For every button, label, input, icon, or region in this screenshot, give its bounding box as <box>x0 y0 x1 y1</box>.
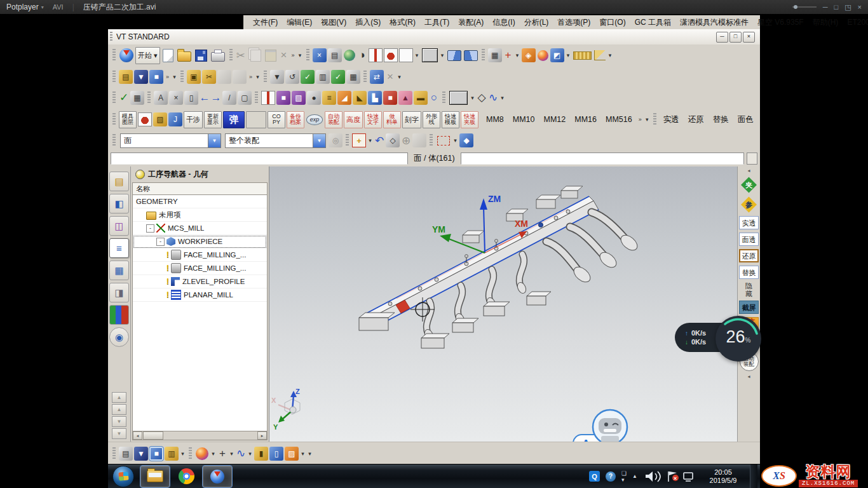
abs-icon[interactable]: A <box>154 91 168 105</box>
remote-help-icon[interactable]: ◨ <box>109 283 129 302</box>
red-cube-icon[interactable]: ■ <box>383 91 397 105</box>
post-process-icon[interactable]: ▥ <box>316 70 330 84</box>
blank-button[interactable] <box>246 111 266 128</box>
more-icon[interactable]: ▾ <box>297 49 304 62</box>
navigator-titlebar[interactable]: 工序导航器 - 几何 <box>131 166 269 182</box>
replace-button[interactable]: 替换 <box>739 266 759 279</box>
earth-icon[interactable] <box>344 50 355 61</box>
compass-icon[interactable]: ◇ <box>386 133 400 147</box>
quick-template-button[interactable]: 快速 模板 <box>442 111 459 128</box>
create-geometry-icon[interactable]: ■ <box>149 70 163 84</box>
replay-toolpath-icon[interactable]: ↺ <box>285 70 299 84</box>
ramp-icon[interactable]: ◣ <box>353 91 367 105</box>
selection-scope-combo[interactable]: 整个装配 ▼ <box>225 133 326 148</box>
palette-icon[interactable] <box>538 50 548 61</box>
create-program-icon[interactable]: ▤ <box>119 70 133 84</box>
curve-icon[interactable]: ∿ <box>235 447 247 460</box>
more-icon[interactable]: ▾ <box>247 447 254 460</box>
menu-mold-standard[interactable]: 潇洒模具汽模标准件 <box>675 17 753 28</box>
type-filter-combo[interactable]: 面 ▼ <box>120 133 221 148</box>
scroll-left-icon[interactable]: ◂ <box>133 431 142 440</box>
mm16-button[interactable]: MM16 <box>574 115 597 124</box>
more-icon[interactable]: ▾ <box>171 71 178 83</box>
csys-axes-icon[interactable]: + <box>503 49 514 62</box>
menu-assemblies[interactable]: 装配(A) <box>454 17 488 28</box>
notebook-icon[interactable]: ▯ <box>184 91 198 105</box>
machine-tool-view-icon[interactable]: ▼ <box>134 447 148 461</box>
face-color-button[interactable]: 面色 <box>738 114 754 125</box>
scroll-up-icon[interactable]: ▲ <box>112 404 126 415</box>
scroll-top-icon[interactable]: ▲ <box>112 392 126 403</box>
orient-view-icon[interactable] <box>447 50 461 61</box>
save-icon[interactable] <box>195 50 207 62</box>
menu-preferences[interactable]: 首选项(P) <box>553 17 595 28</box>
clamp-diamond-icon[interactable]: 夹 <box>741 177 757 193</box>
tree-row[interactable]: !FACE_MILLING_... <box>133 262 267 275</box>
pencil-icon[interactable]: / <box>222 91 236 105</box>
create-tool-icon[interactable]: ▼ <box>134 70 148 84</box>
forward-icon[interactable]: → <box>210 92 222 104</box>
scroll-right-icon[interactable]: ▸ <box>257 431 267 440</box>
menu-file[interactable]: 文件(F) <box>248 17 282 28</box>
cube-point-icon[interactable] <box>399 48 413 62</box>
memory-usage-ball[interactable]: 26 % <box>715 316 761 362</box>
pp-close-button[interactable]: × <box>858 4 862 11</box>
print-icon[interactable] <box>211 52 225 62</box>
snap-point-icon[interactable]: + <box>352 133 366 147</box>
gray-sphere-icon[interactable]: ● <box>307 91 321 105</box>
tray-help-icon[interactable]: ? <box>606 471 616 482</box>
operation-navigator-icon[interactable]: ≡ <box>109 238 129 258</box>
tree-row[interactable]: -WORKPIECE <box>133 235 267 248</box>
replace-display-button[interactable]: 替换 <box>713 114 729 125</box>
potplayer-seek-slider[interactable] <box>792 6 817 8</box>
sphere-display-icon[interactable] <box>196 447 208 460</box>
menu-analysis[interactable]: 分析(L) <box>520 17 553 28</box>
solid-cube-icon[interactable] <box>384 48 398 62</box>
face-translucent-button[interactable]: 面透 <box>739 233 759 246</box>
quick-text-button[interactable]: 快速 文字 <box>364 111 382 128</box>
style-swatch-button[interactable] <box>449 91 468 105</box>
solid-translucent-button[interactable]: 实透 <box>663 114 679 125</box>
copy-stamp-button[interactable]: CO PY <box>268 111 285 128</box>
layer-visible-icon[interactable]: ◩ <box>550 48 564 62</box>
menu-view[interactable]: 视图(V) <box>316 17 351 28</box>
chevron-down-icon[interactable]: ▼ <box>313 134 325 147</box>
taskbar-clock[interactable]: 20:05 2019/5/9 <box>702 468 744 485</box>
menu-et2008[interactable]: ET2008 <box>843 18 868 27</box>
menu-tools[interactable]: 工具(T) <box>420 17 454 28</box>
screenshot-button[interactable]: 截屏 <box>739 301 759 314</box>
mm10-button[interactable]: MM10 <box>513 115 535 124</box>
color-swatch-button[interactable] <box>422 48 438 62</box>
window-titlebar[interactable]: VT STANDARD ─□× <box>108 29 760 45</box>
cut-operation-icon[interactable]: ✂ <box>202 70 216 84</box>
more-icon[interactable]: ▾ <box>644 113 651 126</box>
exchange-icon[interactable]: ⇄ <box>370 70 384 84</box>
nx-restore-button[interactable]: □ <box>729 32 742 43</box>
menu-insert[interactable]: 插入(S) <box>351 17 385 28</box>
scroll-down-icon[interactable]: ▼ <box>112 416 126 427</box>
status-box[interactable] <box>747 152 757 165</box>
mm12-button[interactable]: MM12 <box>544 115 566 124</box>
spring-button[interactable]: 弹 <box>223 111 245 128</box>
program-order-view-icon[interactable]: ▤ <box>119 447 133 461</box>
more-icon[interactable]: ▾ <box>414 49 421 62</box>
fit-view-icon[interactable]: × <box>313 48 327 62</box>
exp-button[interactable]: exp <box>306 114 323 125</box>
ruler-icon[interactable] <box>573 51 592 60</box>
taskbar-chrome-button[interactable] <box>172 466 200 487</box>
delete-icon[interactable]: × <box>278 49 290 62</box>
insert-diamond-icon[interactable]: 参 <box>741 196 757 213</box>
solid-translucent-button[interactable]: 实透 <box>739 216 759 229</box>
menu-edit[interactable]: 编辑(E) <box>282 17 316 28</box>
back-icon[interactable]: ← <box>199 92 210 104</box>
plotter-icon[interactable]: ▤ <box>328 48 342 62</box>
ok-check-icon[interactable]: ✓ <box>118 92 130 104</box>
more-icon[interactable]: ▾ <box>306 447 313 460</box>
blue-hook-icon[interactable]: J <box>168 112 182 126</box>
more-icon[interactable]: ▾ <box>439 49 446 62</box>
coins-icon[interactable]: ≡ <box>322 91 336 105</box>
info-list-icon[interactable]: ▦ <box>488 48 502 62</box>
more-icon[interactable]: ▾ <box>367 134 374 147</box>
wedge-icon[interactable]: ◢ <box>337 91 351 105</box>
tray-expand-icon[interactable]: ▲ <box>632 473 637 479</box>
